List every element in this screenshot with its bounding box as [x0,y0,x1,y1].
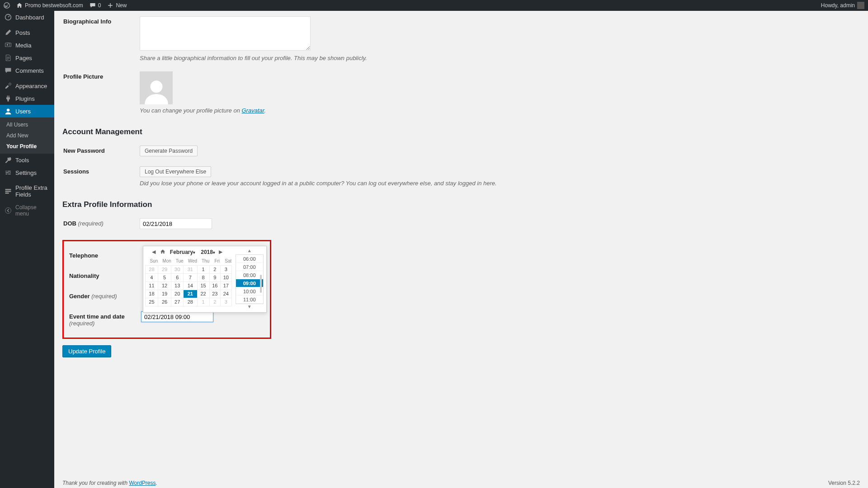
calendar-day[interactable]: 4 [146,273,158,282]
wp-logo[interactable] [4,2,10,9]
calendar-day[interactable]: 2 [209,265,220,273]
time-option[interactable]: 10:00 [236,287,263,296]
submenu-add-new[interactable]: Add New [0,130,54,141]
avatar [140,71,173,104]
svg-rect-6 [5,191,11,192]
calendar-day[interactable]: 27 [171,298,184,306]
time-option[interactable]: 06:00 [236,255,263,263]
datepicker-header: ◀ February▾ 2018▾ ▶ [145,248,232,257]
calendar-day[interactable]: 9 [209,273,220,282]
calendar-day[interactable]: 2 [209,298,220,306]
wordpress-link[interactable]: WordPress [129,480,156,486]
calendar-day[interactable]: 7 [184,273,197,282]
calendar-day[interactable]: 16 [209,282,220,290]
menu-dashboard[interactable]: Dashboard [0,11,54,23]
time-option[interactable]: 11:00 [236,296,263,304]
calendar-day[interactable]: 8 [197,273,209,282]
calendar-day[interactable]: 12 [158,282,171,290]
bio-textarea[interactable] [140,16,311,51]
dow-header: Fri [209,257,220,265]
time-option[interactable]: 07:00 [236,263,263,271]
dow-header: Wed [184,257,197,265]
site-name[interactable]: Promo bestwebsoft.com [16,2,83,9]
calendar-day[interactable]: 14 [184,282,197,290]
calendar-day[interactable]: 21 [184,290,197,298]
submenu-your-profile[interactable]: Your Profile [0,141,54,152]
menu-settings[interactable]: Settings [0,166,54,179]
calendar-day[interactable]: 29 [158,265,171,273]
event-label: Event time and date (required) [65,307,140,333]
calendar-day[interactable]: 5 [158,273,171,282]
time-scrollbar[interactable] [260,275,262,293]
dob-input[interactable] [140,218,212,229]
calendar-day[interactable]: 30 [171,265,184,273]
calendar-day[interactable]: 18 [146,290,158,298]
calendar-day[interactable]: 3 [220,265,231,273]
svg-point-3 [9,83,11,85]
calendar-day[interactable]: 15 [197,282,209,290]
menu-posts[interactable]: Posts [0,26,54,39]
menu-comments[interactable]: Comments [0,64,54,77]
admin-bar: Promo bestwebsoft.com 0 New Howdy, admin [0,0,868,11]
svg-point-9 [150,80,162,93]
calendar-day[interactable]: 22 [197,290,209,298]
event-datetime-input[interactable] [141,311,213,322]
home-icon[interactable] [160,249,166,255]
collapse-menu[interactable]: Collapse menu [0,201,54,221]
my-account[interactable]: Howdy, admin [821,2,864,9]
calendar-day[interactable]: 3 [220,298,231,306]
new-content[interactable]: New [107,2,127,9]
picture-description: You can change your profile picture on G… [140,107,859,114]
calendar-day[interactable]: 1 [197,265,209,273]
bio-label: Biographical Info [63,12,139,66]
time-option[interactable]: 08:00 [236,271,263,279]
calendar-day[interactable]: 11 [146,282,158,290]
calendar-day[interactable]: 26 [158,298,171,306]
time-up-icon[interactable]: ▲ [247,248,252,254]
datetime-picker: ◀ February▾ 2018▾ ▶ SunMonTueWedThuFriSa… [143,246,267,313]
prev-month-icon[interactable]: ◀ [152,249,158,255]
new-password-label: New Password [63,141,139,161]
update-profile-button[interactable]: Update Profile [62,345,111,357]
menu-profile-extra-fields[interactable]: Profile Extra Fields [0,182,54,201]
logout-everywhere-button[interactable]: Log Out Everywhere Else [140,166,211,177]
calendar-day[interactable]: 6 [171,273,184,282]
calendar-day[interactable]: 23 [209,290,220,298]
submenu-all-users[interactable]: All Users [0,119,54,130]
svg-rect-5 [5,189,11,190]
admin-sidebar: Dashboard Posts Media Pages Comments App… [0,11,54,488]
calendar-day[interactable]: 28 [184,298,197,306]
menu-pages[interactable]: Pages [0,52,54,64]
menu-media[interactable]: Media [0,39,54,52]
calendar-day[interactable]: 20 [171,290,184,298]
menu-appearance[interactable]: Appearance [0,80,54,92]
time-option[interactable]: 09:00 [236,279,263,287]
time-down-icon[interactable]: ▼ [247,304,252,310]
dob-label: DOB (required) [63,214,139,234]
calendar-day[interactable]: 10 [220,273,231,282]
comments-count[interactable]: 0 [90,2,101,9]
gravatar-link[interactable]: Gravatar [241,107,264,114]
users-submenu: All Users Add New Your Profile [0,117,54,154]
calendar-day[interactable]: 28 [146,265,158,273]
generate-password-button[interactable]: Generate Password [140,145,198,156]
calendar-day[interactable]: 1 [197,298,209,306]
calendar-day[interactable]: 31 [184,265,197,273]
dow-header: Sun [146,257,158,265]
month-label[interactable]: February▾ [170,249,195,255]
calendar-day[interactable]: 25 [146,298,158,306]
menu-users[interactable]: Users [0,105,54,117]
menu-plugins[interactable]: Plugins [0,92,54,105]
year-label[interactable]: 2018▾ [201,249,215,255]
next-month-icon[interactable]: ▶ [219,249,225,255]
dow-header: Mon [158,257,171,265]
svg-point-8 [5,208,11,214]
calendar-day[interactable]: 19 [158,290,171,298]
calendar-day[interactable]: 24 [220,290,231,298]
nationality-label: Nationality [65,266,140,286]
calendar-day[interactable]: 17 [220,282,231,290]
calendar-day[interactable]: 13 [171,282,184,290]
menu-tools[interactable]: Tools [0,154,54,166]
version-text: Version 5.2.2 [828,480,860,486]
highlighted-section: Telephone Nationality Gender (required) … [62,240,271,339]
